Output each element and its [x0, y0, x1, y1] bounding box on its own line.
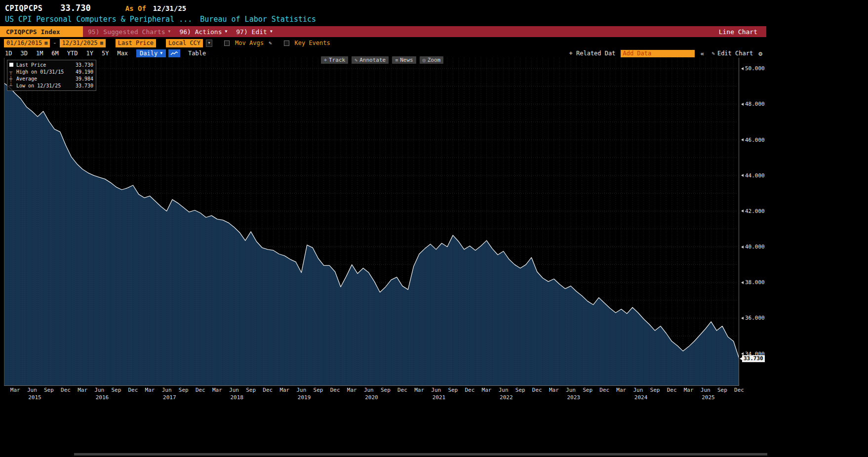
caret-down-icon: ▼	[160, 51, 162, 55]
x-axis-month-label: Mar	[212, 387, 222, 393]
menu-bar: CPIQPCPS Index 95) Suggested Charts ▼ 96…	[0, 26, 766, 37]
actions-label: 96) Actions	[179, 28, 222, 36]
security-source: Bureau of Labor Statistics	[200, 15, 316, 24]
annotate-label: Annotate	[359, 57, 386, 63]
x-axis-month-label: Jun	[701, 387, 710, 393]
chart-area: Last Price33.730┬High on 01/31/1549.190┼…	[0, 55, 766, 406]
x-axis-year-label: 2015	[28, 394, 41, 401]
legend-row[interactable]: ┼Average39.984	[9, 75, 93, 82]
caret-down-icon: ▼	[208, 41, 210, 45]
terminal-content: CPIQPCPS 33.730 As Of 12/31/25 US CPI Pe…	[0, 0, 766, 457]
x-axis-month-label: Mar	[616, 387, 626, 393]
x-axis-month-label: Sep	[44, 387, 54, 393]
edit-label: 97) Edit	[236, 28, 267, 36]
chart-type-label: Line Chart	[719, 28, 757, 36]
chart-tools: +Track✎Annotate≡News◎Zoom	[321, 56, 443, 64]
date-from-field[interactable]: 01/16/2015 ▦	[4, 39, 50, 47]
legend-value: 33.730	[76, 83, 93, 88]
x-axis-month-label: Sep	[111, 387, 121, 393]
y-axis-tick: 36.000	[741, 315, 765, 321]
x-axis-month-label: Mar	[684, 387, 694, 393]
y-axis-tick: 38.000	[741, 280, 765, 286]
x-axis-month-label: Jun	[364, 387, 374, 393]
series-swatch	[9, 63, 13, 67]
currency-selector[interactable]: Local CCY	[166, 39, 203, 47]
x-axis-month-label: Mar	[347, 387, 357, 393]
key-events-checkbox[interactable]	[284, 41, 289, 46]
y-axis-tick: 40.000	[741, 244, 765, 250]
actions-menu[interactable]: 96) Actions ▼	[179, 28, 227, 36]
y-axis-tick: 46.000	[741, 137, 765, 143]
news-button[interactable]: ≡News	[392, 56, 416, 64]
x-axis-month-label: Dec	[61, 387, 71, 393]
currency-dropdown-button[interactable]: ▼	[206, 40, 212, 47]
x-axis-month-label: Sep	[179, 387, 189, 393]
calendar-icon: ▦	[100, 41, 103, 45]
legend-value: 49.190	[76, 69, 93, 75]
legend-value: 39.984	[76, 76, 93, 82]
security-tab[interactable]: CPIQPCPS Index	[0, 26, 83, 37]
x-axis-month-label: Dec	[263, 387, 273, 393]
caret-down-icon: ▼	[270, 30, 273, 34]
suggested-charts-menu[interactable]: 95) Suggested Charts ▼	[88, 28, 170, 36]
caret-down-icon: ▼	[225, 30, 227, 34]
price-field-selector[interactable]: Last Price	[116, 39, 156, 47]
caret-down-icon: ▼	[168, 30, 171, 34]
header-row: CPIQPCPS 33.730 As Of 12/31/25	[0, 0, 766, 13]
legend-row[interactable]: ┴Low on 12/31/2533.730	[9, 82, 93, 89]
calendar-icon: ▦	[44, 41, 47, 45]
x-axis-month-label: Mar	[145, 387, 155, 393]
x-axis-year-label: 2019	[298, 394, 311, 401]
legend-row[interactable]: ┬High on 01/31/1549.190	[9, 68, 93, 75]
legend-value: 33.730	[76, 62, 93, 68]
date-to-field[interactable]: 12/31/2025 ▦	[60, 39, 106, 47]
chart-canvas[interactable]	[4, 58, 739, 386]
security-description-row: US CPI Personal Computers & Peripheral .…	[0, 13, 766, 24]
x-axis-year-label: 2025	[702, 394, 715, 401]
zoom-icon: ◎	[423, 58, 426, 63]
x-axis-month-label: Sep	[583, 387, 592, 393]
x-axis-month-label: Dec	[667, 387, 677, 393]
x-axis-month-label: Sep	[717, 387, 727, 393]
track-button[interactable]: +Track	[321, 56, 348, 64]
x-axis-month-label: Sep	[448, 387, 458, 393]
x-axis-month-label: Mar	[10, 387, 20, 393]
pencil-icon[interactable]: ✎	[269, 40, 272, 46]
track-icon: +	[324, 58, 327, 63]
annotate-icon: ✎	[355, 58, 357, 63]
bloomberg-terminal: CPIQPCPS 33.730 As Of 12/31/25 US CPI Pe…	[0, 0, 868, 457]
security-description: US CPI Personal Computers & Peripheral .…	[5, 15, 192, 24]
x-axis-month-label: Dec	[532, 387, 542, 393]
x-axis-year-label: 2018	[230, 394, 243, 401]
x-axis-month-label: Jun	[296, 387, 306, 393]
legend-row[interactable]: Last Price33.730	[9, 61, 93, 68]
zoom-button[interactable]: ◎Zoom	[420, 56, 444, 64]
annotate-button[interactable]: ✎Annotate	[352, 56, 389, 64]
legend-label: High on 01/31/15	[16, 69, 64, 75]
x-axis-month-label: Dec	[599, 387, 609, 393]
x-axis-month-label: Dec	[128, 387, 138, 393]
suggested-charts-label: 95) Suggested Charts	[88, 28, 165, 36]
x-axis-year-label: 2017	[163, 394, 176, 401]
x-axis-month-label: Jun	[94, 387, 104, 393]
track-label: Track	[329, 57, 345, 63]
x-axis-month-label: Mar	[78, 387, 87, 393]
edit-menu[interactable]: 97) Edit ▼	[236, 28, 272, 36]
x-axis-month-label: Jun	[431, 387, 441, 393]
x-axis-month-label: Sep	[515, 387, 525, 393]
legend-label: Last Price	[16, 62, 46, 68]
x-axis-month-label: Sep	[650, 387, 660, 393]
x-axis-month-label: Dec	[465, 387, 474, 393]
x-axis-month-label: Jun	[566, 387, 576, 393]
high-marker-icon: ┬	[9, 69, 16, 75]
legend-label: Low on 12/31/25	[16, 83, 61, 88]
x-axis-year-label: 2021	[433, 394, 446, 401]
x-axis-month-label: Mar	[482, 387, 492, 393]
x-axis-month-label: Jun	[633, 387, 643, 393]
x-axis-month-label: Jun	[229, 387, 239, 393]
x-axis-year-label: 2020	[365, 394, 378, 401]
as-of-date: 12/31/25	[153, 4, 186, 12]
x-axis-month-label: Jun	[27, 387, 37, 393]
as-of-label: As Of	[125, 4, 146, 12]
mov-avgs-checkbox[interactable]	[224, 41, 230, 46]
